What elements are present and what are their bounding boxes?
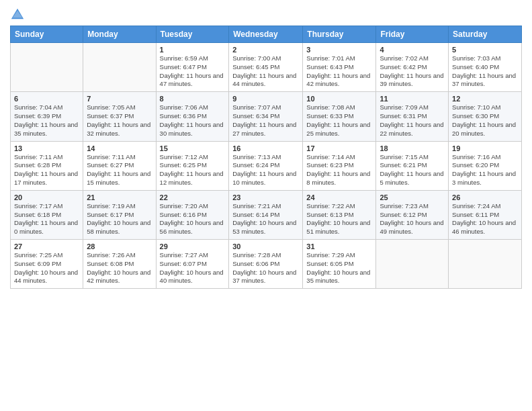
day-number: 3 — [306, 46, 372, 54]
calendar-header-row: SundayMondayTuesdayWednesdayThursdayFrid… — [11, 26, 522, 43]
day-detail: Sunrise: 7:11 AM Sunset: 6:28 PM Dayligh… — [14, 153, 79, 187]
day-number: 22 — [160, 193, 226, 201]
day-detail: Sunrise: 7:12 AM Sunset: 6:25 PM Dayligh… — [160, 153, 226, 187]
calendar-cell — [83, 43, 156, 92]
day-detail: Sunrise: 7:24 AM Sunset: 6:11 PM Dayligh… — [452, 202, 518, 236]
header — [10, 7, 522, 21]
calendar-cell: 20Sunrise: 7:17 AM Sunset: 6:18 PM Dayli… — [11, 190, 83, 239]
day-number: 1 — [160, 46, 226, 54]
day-number: 2 — [232, 46, 299, 54]
day-detail: Sunrise: 7:17 AM Sunset: 6:18 PM Dayligh… — [14, 202, 79, 236]
day-number: 24 — [306, 193, 372, 201]
logo — [10, 7, 25, 21]
day-number: 8 — [160, 95, 226, 103]
calendar-cell: 21Sunrise: 7:19 AM Sunset: 6:17 PM Dayli… — [83, 190, 156, 239]
calendar-day-header: Saturday — [449, 26, 522, 43]
day-number: 17 — [306, 144, 372, 152]
calendar-cell: 19Sunrise: 7:16 AM Sunset: 6:20 PM Dayli… — [449, 141, 522, 190]
calendar-cell: 3Sunrise: 7:01 AM Sunset: 6:43 PM Daylig… — [303, 43, 376, 92]
day-number: 25 — [380, 193, 445, 201]
calendar-cell — [376, 240, 449, 289]
day-number: 14 — [87, 144, 152, 152]
calendar-cell: 6Sunrise: 7:04 AM Sunset: 6:39 PM Daylig… — [11, 92, 83, 141]
calendar-day-header: Friday — [376, 26, 449, 43]
day-detail: Sunrise: 7:15 AM Sunset: 6:21 PM Dayligh… — [380, 153, 445, 187]
day-detail: Sunrise: 6:59 AM Sunset: 6:47 PM Dayligh… — [160, 54, 226, 89]
calendar-cell: 23Sunrise: 7:21 AM Sunset: 6:14 PM Dayli… — [229, 190, 303, 239]
calendar-cell: 30Sunrise: 7:28 AM Sunset: 6:06 PM Dayli… — [229, 240, 303, 289]
day-detail: Sunrise: 7:08 AM Sunset: 6:33 PM Dayligh… — [306, 103, 372, 138]
day-detail: Sunrise: 7:09 AM Sunset: 6:31 PM Dayligh… — [380, 103, 445, 138]
calendar-cell: 26Sunrise: 7:24 AM Sunset: 6:11 PM Dayli… — [449, 190, 522, 239]
day-number: 6 — [14, 95, 79, 103]
calendar-week-row: 20Sunrise: 7:17 AM Sunset: 6:18 PM Dayli… — [11, 190, 522, 239]
day-number: 16 — [232, 144, 299, 152]
calendar-day-header: Wednesday — [229, 26, 303, 43]
day-detail: Sunrise: 7:26 AM Sunset: 6:08 PM Dayligh… — [87, 251, 152, 285]
day-number: 21 — [87, 193, 152, 201]
day-detail: Sunrise: 7:05 AM Sunset: 6:37 PM Dayligh… — [87, 103, 152, 138]
logo-icon — [10, 7, 25, 21]
calendar-cell: 24Sunrise: 7:22 AM Sunset: 6:13 PM Dayli… — [303, 190, 376, 239]
calendar-cell: 1Sunrise: 6:59 AM Sunset: 6:47 PM Daylig… — [156, 43, 229, 92]
day-number: 12 — [452, 95, 518, 103]
day-detail: Sunrise: 7:29 AM Sunset: 6:05 PM Dayligh… — [306, 251, 372, 285]
day-detail: Sunrise: 7:16 AM Sunset: 6:20 PM Dayligh… — [452, 153, 518, 187]
calendar-week-row: 6Sunrise: 7:04 AM Sunset: 6:39 PM Daylig… — [11, 92, 522, 141]
calendar-cell: 2Sunrise: 7:00 AM Sunset: 6:45 PM Daylig… — [229, 43, 303, 92]
calendar-cell: 18Sunrise: 7:15 AM Sunset: 6:21 PM Dayli… — [376, 141, 449, 190]
calendar-cell: 12Sunrise: 7:10 AM Sunset: 6:30 PM Dayli… — [449, 92, 522, 141]
day-detail: Sunrise: 7:20 AM Sunset: 6:16 PM Dayligh… — [160, 202, 226, 236]
day-detail: Sunrise: 7:02 AM Sunset: 6:42 PM Dayligh… — [380, 54, 445, 89]
day-detail: Sunrise: 7:06 AM Sunset: 6:36 PM Dayligh… — [160, 103, 226, 138]
day-detail: Sunrise: 7:14 AM Sunset: 6:23 PM Dayligh… — [306, 153, 372, 187]
page: SundayMondayTuesdayWednesdayThursdayFrid… — [0, 0, 532, 411]
calendar-cell: 22Sunrise: 7:20 AM Sunset: 6:16 PM Dayli… — [156, 190, 229, 239]
calendar-cell: 8Sunrise: 7:06 AM Sunset: 6:36 PM Daylig… — [156, 92, 229, 141]
day-number: 19 — [452, 144, 518, 152]
day-number: 11 — [380, 95, 445, 103]
calendar-cell — [449, 240, 522, 289]
day-detail: Sunrise: 7:10 AM Sunset: 6:30 PM Dayligh… — [452, 103, 518, 138]
day-detail: Sunrise: 7:04 AM Sunset: 6:39 PM Dayligh… — [14, 103, 79, 138]
calendar-cell: 10Sunrise: 7:08 AM Sunset: 6:33 PM Dayli… — [303, 92, 376, 141]
calendar-day-header: Monday — [83, 26, 156, 43]
calendar-cell: 28Sunrise: 7:26 AM Sunset: 6:08 PM Dayli… — [83, 240, 156, 289]
calendar-cell — [11, 43, 83, 92]
day-number: 13 — [14, 144, 79, 152]
day-number: 10 — [306, 95, 372, 103]
calendar-table: SundayMondayTuesdayWednesdayThursdayFrid… — [10, 26, 522, 289]
day-detail: Sunrise: 7:23 AM Sunset: 6:12 PM Dayligh… — [380, 202, 445, 236]
calendar-cell: 5Sunrise: 7:03 AM Sunset: 6:40 PM Daylig… — [449, 43, 522, 92]
day-detail: Sunrise: 7:19 AM Sunset: 6:17 PM Dayligh… — [87, 202, 152, 236]
day-detail: Sunrise: 7:22 AM Sunset: 6:13 PM Dayligh… — [306, 202, 372, 236]
day-detail: Sunrise: 7:00 AM Sunset: 6:45 PM Dayligh… — [232, 54, 299, 89]
day-number: 27 — [14, 242, 79, 250]
day-number: 30 — [232, 242, 299, 250]
day-number: 23 — [232, 193, 299, 201]
day-number: 15 — [160, 144, 226, 152]
day-number: 7 — [87, 95, 152, 103]
calendar-cell: 4Sunrise: 7:02 AM Sunset: 6:42 PM Daylig… — [376, 43, 449, 92]
calendar-week-row: 27Sunrise: 7:25 AM Sunset: 6:09 PM Dayli… — [11, 240, 522, 289]
day-number: 28 — [87, 242, 152, 250]
day-detail: Sunrise: 7:07 AM Sunset: 6:34 PM Dayligh… — [232, 103, 299, 138]
day-detail: Sunrise: 7:01 AM Sunset: 6:43 PM Dayligh… — [306, 54, 372, 89]
calendar-cell: 11Sunrise: 7:09 AM Sunset: 6:31 PM Dayli… — [376, 92, 449, 141]
calendar-cell: 17Sunrise: 7:14 AM Sunset: 6:23 PM Dayli… — [303, 141, 376, 190]
day-detail: Sunrise: 7:03 AM Sunset: 6:40 PM Dayligh… — [452, 54, 518, 89]
day-detail: Sunrise: 7:25 AM Sunset: 6:09 PM Dayligh… — [14, 251, 79, 285]
calendar-cell: 15Sunrise: 7:12 AM Sunset: 6:25 PM Dayli… — [156, 141, 229, 190]
day-detail: Sunrise: 7:13 AM Sunset: 6:24 PM Dayligh… — [232, 153, 299, 187]
calendar-week-row: 1Sunrise: 6:59 AM Sunset: 6:47 PM Daylig… — [11, 43, 522, 92]
calendar-day-header: Tuesday — [156, 26, 229, 43]
day-detail: Sunrise: 7:27 AM Sunset: 6:07 PM Dayligh… — [160, 251, 226, 285]
calendar-day-header: Thursday — [303, 26, 376, 43]
day-detail: Sunrise: 7:11 AM Sunset: 6:27 PM Dayligh… — [87, 153, 152, 187]
calendar-cell: 16Sunrise: 7:13 AM Sunset: 6:24 PM Dayli… — [229, 141, 303, 190]
calendar-cell: 9Sunrise: 7:07 AM Sunset: 6:34 PM Daylig… — [229, 92, 303, 141]
calendar-cell: 7Sunrise: 7:05 AM Sunset: 6:37 PM Daylig… — [83, 92, 156, 141]
calendar-cell: 25Sunrise: 7:23 AM Sunset: 6:12 PM Dayli… — [376, 190, 449, 239]
day-number: 31 — [306, 242, 372, 250]
calendar-week-row: 13Sunrise: 7:11 AM Sunset: 6:28 PM Dayli… — [11, 141, 522, 190]
